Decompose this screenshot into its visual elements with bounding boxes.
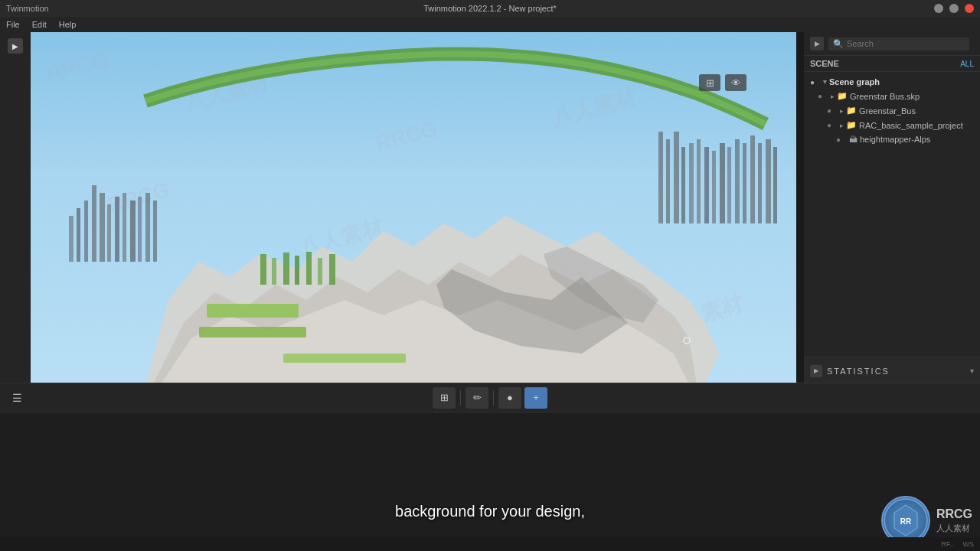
arrow-icon-2: ▸: [831, 93, 835, 100]
status-rf: RF..: [941, 540, 953, 548]
svg-rect-31: [207, 304, 299, 318]
minimize-button[interactable]: [934, 4, 943, 13]
bottom-toolbar: ☰ ⊞ ✏ ● +: [0, 383, 980, 412]
menu-button[interactable]: ☰: [6, 387, 28, 409]
right-panel-play[interactable]: ▶: [810, 37, 824, 51]
toolbar-sep-2: [493, 390, 494, 406]
toolbar-sep-1: [460, 390, 461, 406]
tree-item-scene-graph[interactable]: ● ▾ Scene graph: [804, 75, 980, 89]
svg-rect-37: [295, 256, 299, 285]
left-sidebar: ▶: [0, 32, 31, 384]
svg-rect-19: [712, 151, 716, 223]
all-label[interactable]: ALL: [960, 60, 974, 68]
svg-rect-34: [260, 254, 266, 285]
logo-subtext: 人人素材: [936, 523, 972, 534]
scene-tree: ● ▾ Scene graph ● ▸ 📁 Greenstar Bus.skp …: [804, 72, 980, 357]
center-toolbar: ⊞ ✏ ● +: [433, 387, 547, 409]
window-title: Twinmotion 2022.1.2 - New project*: [423, 4, 557, 13]
svg-rect-15: [681, 147, 685, 223]
eye-icon-4: ●: [827, 121, 838, 129]
title-left: Twinmotion: [6, 4, 49, 13]
svg-rect-16: [689, 143, 694, 223]
window-controls: [934, 4, 974, 13]
maximize-button[interactable]: [949, 4, 959, 13]
menu-help[interactable]: Help: [59, 20, 77, 29]
svg-rect-24: [750, 135, 755, 223]
svg-rect-21: [727, 147, 731, 223]
app-name: Twinmotion: [6, 4, 49, 13]
viewport: RRCG 八人素材 RRCG 八人素材 RRCG 八人素材 RRCG 八人素材: [31, 32, 796, 384]
scene-label: SCENE: [810, 59, 839, 68]
menubar: File Edit Help: [0, 17, 980, 32]
svg-rect-3: [77, 208, 80, 262]
svg-rect-13: [666, 139, 670, 223]
tree-item-rac[interactable]: ● ▸ 📁 RAC_basic_sample_project: [804, 118, 980, 132]
svg-rect-12: [658, 132, 663, 223]
statistics-label: STATISTICS: [827, 367, 965, 376]
status-bar: RF.. WS: [0, 537, 980, 551]
svg-rect-18: [704, 147, 709, 223]
svg-rect-9: [138, 197, 142, 262]
svg-rect-39: [318, 258, 322, 285]
eye-icon-5: ●: [836, 135, 847, 144]
logo-text-block: RRCG 人人素材: [936, 507, 972, 534]
search-bar[interactable]: 🔍: [828, 37, 969, 51]
sidebar-play-button[interactable]: ▶: [8, 38, 23, 54]
svg-rect-33: [283, 354, 406, 363]
tree-item-heightmapper[interactable]: ● 🏔 heightmapper-Alps: [804, 132, 980, 146]
menu-file[interactable]: File: [6, 20, 20, 29]
svg-rect-5: [107, 204, 111, 262]
tree-label-2: Greenstar_Bus: [859, 106, 916, 116]
titlebar: Twinmotion Twinmotion 2022.1.2 - New pro…: [0, 0, 980, 17]
viewport-controls: ⊞ 👁: [699, 74, 746, 91]
viewport-layout-icon[interactable]: ⊞: [699, 74, 720, 91]
arrow-icon-3: ▸: [840, 107, 844, 115]
eye-icon: ●: [810, 78, 821, 86]
statistics-play-icon: ▶: [810, 365, 822, 377]
tree-label-3: RAC_basic_sample_project: [859, 121, 963, 130]
folder-icon-3: 📁: [846, 120, 857, 130]
folder-icon-2: 📁: [846, 106, 857, 116]
logo-name: RRCG: [936, 507, 972, 523]
eye-icon-3: ●: [827, 106, 838, 115]
svg-rect-10: [145, 193, 150, 262]
file-icon-1: 🏔: [849, 135, 858, 144]
toolbar-grid-btn[interactable]: ⊞: [433, 387, 456, 409]
scene-graph-label: Scene graph: [829, 77, 880, 86]
svg-rect-17: [697, 139, 701, 223]
svg-rect-8: [130, 201, 136, 262]
tree-label-4: heightmapper-Alps: [860, 135, 930, 144]
tree-item-greenstar-bus[interactable]: ● ▸ 📁 Greenstar Bus.skp: [804, 89, 980, 103]
subtitle-text: background for your design,: [395, 503, 585, 520]
toolbar-pencil-btn[interactable]: ✏: [466, 387, 488, 409]
menu-edit[interactable]: Edit: [32, 20, 47, 29]
subtitle-content: background for your design,: [395, 503, 585, 520]
svg-rect-20: [720, 143, 725, 223]
scene-svg: [31, 32, 796, 384]
statistics-dropdown-arrow: ▾: [970, 367, 974, 375]
viewport-eye-icon[interactable]: 👁: [725, 74, 746, 91]
eye-icon-2: ●: [818, 92, 828, 100]
statistics-bar[interactable]: ▶ STATISTICS ▾: [804, 357, 980, 384]
svg-rect-22: [735, 139, 740, 223]
toolbar-add-btn[interactable]: +: [524, 387, 547, 409]
folder-icon-1: 📁: [837, 91, 848, 101]
status-ws: WS: [963, 540, 975, 548]
arrow-icon-4: ▸: [840, 122, 844, 129]
svg-rect-40: [329, 254, 335, 285]
toolbar-sphere-btn[interactable]: ●: [498, 387, 521, 409]
svg-rect-1: [84, 201, 88, 262]
bottom-bar: ☰ ⊞ ✏ ● + ↗ 📊 ⊙ ▶| → background for your…: [0, 383, 980, 551]
svg-rect-14: [674, 132, 679, 223]
svg-rect-27: [773, 147, 777, 223]
svg-rect-11: [153, 201, 157, 262]
svg-rect-0: [92, 185, 96, 262]
close-button[interactable]: [965, 4, 974, 13]
svg-rect-25: [758, 143, 762, 223]
svg-rect-2: [100, 193, 105, 262]
tree-item-greenstar-bus2[interactable]: ● ▸ 📁 Greenstar_Bus: [804, 103, 980, 118]
svg-rect-36: [283, 253, 289, 285]
svg-rect-26: [766, 139, 771, 223]
svg-rect-7: [122, 193, 126, 262]
search-input[interactable]: [847, 39, 965, 48]
